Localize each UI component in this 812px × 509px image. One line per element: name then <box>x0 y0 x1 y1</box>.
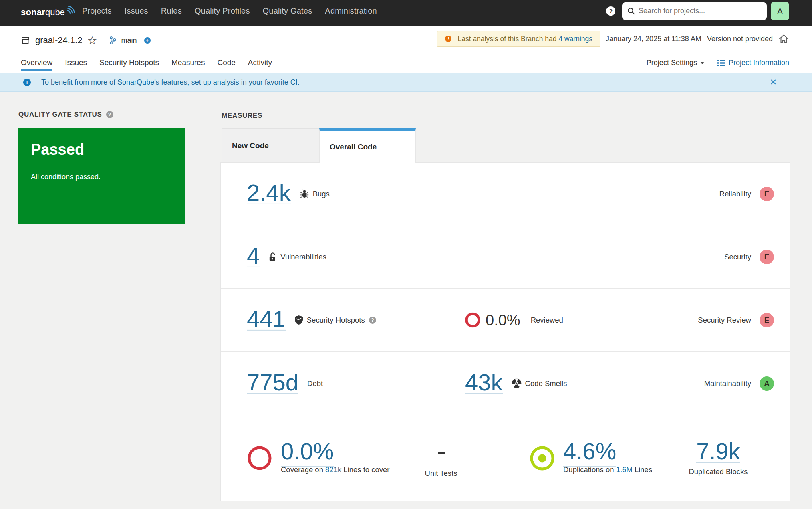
banner-text: To benefit from more of SonarQube's feat… <box>41 78 300 87</box>
nav-item-administration[interactable]: Administration <box>318 6 383 16</box>
reviewed-ring-icon <box>465 313 480 328</box>
reliability-label: Reliability <box>719 190 751 198</box>
analysis-date: January 24, 2025 at 11:38 AM <box>606 35 701 43</box>
warning-icon: ! <box>445 36 451 42</box>
close-icon[interactable]: ✕ <box>770 77 777 87</box>
search-box[interactable] <box>622 2 767 20</box>
bugs-count-link[interactable]: 2.4k <box>247 183 291 204</box>
top-nav: sonarqube Projects Issues Rules Quality … <box>0 0 812 26</box>
maintainability-rating-badge: A <box>760 376 774 391</box>
nav-item-issues[interactable]: Issues <box>118 6 155 16</box>
logo-text-light: qube <box>45 7 65 18</box>
measure-row-bottom: 0.0% Coverage on 821k Lines to cover Uni… <box>221 415 790 501</box>
ci-banner: i To benefit from more of SonarQube's fe… <box>0 73 812 92</box>
measures-panel: 2.4k Bugs Reliability E 4 Vulnerabilitie… <box>220 162 790 501</box>
header-right: ! Last analysis of this Branch had 4 war… <box>437 31 789 47</box>
measure-row-security-hotspots: 441 Security Hotspots ? 0.0% Reviewed Se… <box>221 289 790 352</box>
add-branch-icon[interactable]: + <box>144 37 151 44</box>
bugs-label: Bugs <box>313 189 330 198</box>
project-settings-dropdown[interactable]: Project Settings <box>647 59 704 67</box>
help-circle-icon[interactable]: ? <box>369 316 376 323</box>
tab-activity[interactable]: Activity <box>248 58 272 71</box>
open-lock-icon <box>268 252 277 261</box>
nav-item-rules[interactable]: Rules <box>155 6 188 16</box>
info-icon: i <box>23 79 31 86</box>
help-circle-icon[interactable]: ? <box>106 111 113 118</box>
measure-row-maintainability: 775d Debt 43k Code Smells Maintainabilit… <box>221 352 790 415</box>
coverage-percent-link[interactable]: 0.0% <box>281 438 334 467</box>
code-smells-label: Code Smells <box>525 379 567 388</box>
security-review-label: Security Review <box>698 316 751 325</box>
measure-row-bugs: 2.4k Bugs Reliability E <box>221 163 790 225</box>
duplicated-blocks-label: Duplicated Blocks <box>684 467 752 476</box>
warning-text: Last analysis of this Branch had 4 warni… <box>457 35 592 43</box>
project-name: graal-24.1.2 <box>35 35 82 46</box>
logo-text-bold: sonar <box>21 7 45 18</box>
reliability-rating-badge: E <box>760 187 774 201</box>
measure-row-vulnerabilities: 4 Vulnerabilities Security E <box>221 225 790 289</box>
project-icon <box>21 36 30 45</box>
sonarqube-logo[interactable]: sonarqube <box>21 5 76 18</box>
warning-box: ! Last analysis of this Branch had 4 war… <box>437 31 600 47</box>
project-tabs: Overview Issues Security Hotspots Measur… <box>21 58 272 71</box>
list-icon <box>717 59 725 67</box>
duplicated-lines-link[interactable]: 1.6M <box>616 465 633 474</box>
lines-to-cover-link[interactable]: 821k <box>325 465 341 474</box>
shield-icon <box>294 315 303 325</box>
favorite-star-icon[interactable]: ☆ <box>87 36 97 45</box>
bug-icon <box>300 189 309 198</box>
tab-overall-code[interactable]: Overall Code <box>319 128 416 163</box>
nav-item-quality-profiles[interactable]: Quality Profiles <box>188 6 256 16</box>
project-information-link[interactable]: Project Information <box>717 59 789 67</box>
nav-menu: Projects Issues Rules Quality Profiles Q… <box>76 6 383 16</box>
avatar[interactable]: A <box>771 2 789 20</box>
reviewed-percent: 0.0% <box>486 311 520 329</box>
branch-icon <box>109 36 116 45</box>
version-label: Version not provided <box>707 35 773 43</box>
code-smells-count-link[interactable]: 43k <box>465 373 503 394</box>
help-icon[interactable]: ? <box>606 6 615 16</box>
measures-heading: MEASURES <box>222 112 262 120</box>
nav-right: ? A <box>606 2 789 20</box>
coverage-cell: 0.0% Coverage on 821k Lines to cover Uni… <box>221 415 506 501</box>
duplicated-blocks-block: 7.9k Duplicated Blocks <box>684 442 752 476</box>
duplicated-blocks-link[interactable]: 7.9k <box>696 442 740 463</box>
project-header: graal-24.1.2 ☆ main + ! Last analysis of… <box>0 26 812 73</box>
security-rating-badge: E <box>760 250 774 264</box>
nav-item-projects[interactable]: Projects <box>76 6 118 16</box>
code-smell-icon <box>512 378 522 388</box>
duplications-cell: 4.6% Duplications on 1.6M Lines 7.9k Dup… <box>506 415 790 501</box>
duplications-sub-line: Duplications on 1.6M Lines <box>563 465 652 474</box>
unit-tests-label: Unit Tests <box>413 469 469 478</box>
tab-new-code[interactable]: New Code <box>222 128 319 163</box>
tab-overview[interactable]: Overview <box>21 58 52 71</box>
reviewed-label: Reviewed <box>531 316 563 325</box>
tab-measures[interactable]: Measures <box>171 58 205 71</box>
security-review-rating-badge: E <box>760 313 774 327</box>
duplications-percent-link[interactable]: 4.6% <box>563 438 616 467</box>
maintainability-label: Maintainability <box>704 379 751 388</box>
quality-gate-detail: All conditions passed. <box>31 173 173 181</box>
debt-link[interactable]: 775d <box>247 373 298 394</box>
security-hotspots-count-link[interactable]: 441 <box>247 309 286 330</box>
quality-gate-heading: QUALITY GATE STATUS ? <box>18 111 113 119</box>
chevron-down-icon <box>700 62 704 64</box>
debt-label: Debt <box>307 379 323 388</box>
nav-item-quality-gates[interactable]: Quality Gates <box>256 6 319 16</box>
unit-tests-block: Unit Tests <box>413 442 469 478</box>
vulnerabilities-count-link[interactable]: 4 <box>247 246 260 267</box>
sonar-waves-icon <box>66 5 76 14</box>
tab-issues[interactable]: Issues <box>65 58 87 71</box>
search-input[interactable] <box>639 7 759 15</box>
tabs-right: Project Settings Project Information <box>647 59 789 67</box>
security-label: Security <box>724 252 751 261</box>
tab-code[interactable]: Code <box>217 58 235 71</box>
quality-gate-status-box: Passed All conditions passed. <box>18 128 185 224</box>
banner-ci-link[interactable]: set up analysis in your favorite CI <box>191 78 298 86</box>
vulnerabilities-label: Vulnerabilities <box>280 252 326 261</box>
home-icon[interactable] <box>778 34 789 44</box>
warnings-link[interactable]: 4 warnings <box>558 35 592 43</box>
tab-security-hotspots[interactable]: Security Hotspots <box>99 58 159 71</box>
coverage-sub-line: Coverage on 821k Lines to cover <box>281 465 390 474</box>
coverage-ring-icon <box>248 446 272 470</box>
